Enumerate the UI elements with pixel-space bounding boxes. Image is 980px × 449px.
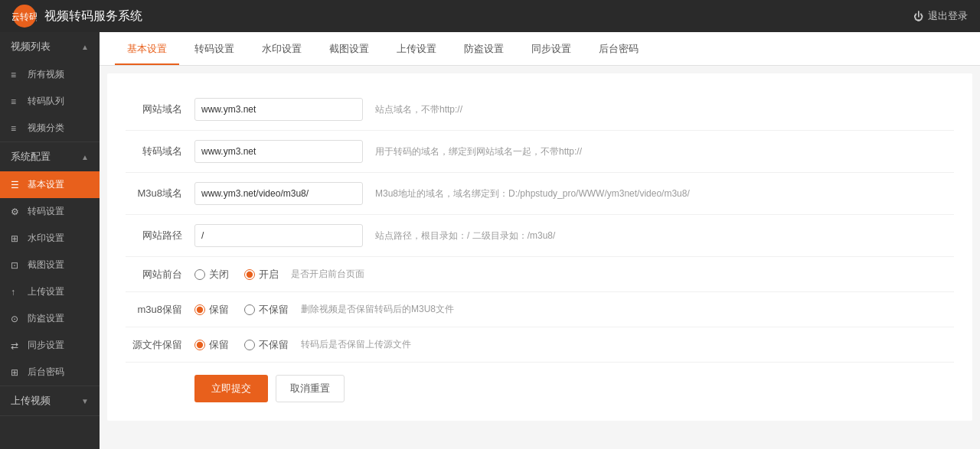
transcode-domain-input[interactable] <box>194 140 363 163</box>
backend-password-icon: ⊞ <box>11 367 21 378</box>
sidebar-item-sync-settings[interactable]: ⇄ 同步设置 <box>0 332 100 359</box>
sidebar-section-header-video-list[interactable]: 视频列表 ▲ <box>0 32 100 61</box>
sidebar-item-sync-settings-label: 同步设置 <box>28 339 64 352</box>
m3u8-retain-keep-radio[interactable] <box>194 304 205 315</box>
sidebar-item-antitheft-settings[interactable]: ⊙ 防盗设置 <box>0 305 100 332</box>
basic-settings-icon: ☰ <box>11 180 21 190</box>
tab-sync[interactable]: 同步设置 <box>519 34 583 65</box>
sidebar-item-backend-password-label: 后台密码 <box>28 366 64 379</box>
svg-text:云转码: 云转码 <box>12 11 37 22</box>
upload-settings-icon: ↑ <box>11 287 21 298</box>
sidebar-item-video-categories[interactable]: ≡ 视频分类 <box>0 115 100 142</box>
logout-button[interactable]: 退出登录 <box>928 9 968 23</box>
source-retain-keep-text: 保留 <box>209 338 229 352</box>
sidebar-section-upload-video-label: 上传视频 <box>11 394 51 408</box>
m3u8-retain-keep-text: 保留 <box>209 303 229 317</box>
sidebar-item-all-videos[interactable]: ≡ 所有视频 <box>0 61 100 88</box>
site-domain-hint: 站点域名，不带http:// <box>375 103 462 116</box>
m3u8-retain-nokeep-label[interactable]: 不保留 <box>244 303 289 317</box>
site-frontend-on-radio[interactable] <box>244 269 255 280</box>
queue-icon: ≡ <box>11 96 21 107</box>
m3u8-domain-label: M3u8域名 <box>126 187 194 200</box>
form-row-site-frontend: 网站前台 关闭 开启 是否开启前台页面 <box>126 257 954 292</box>
header-right: ⏻ 退出登录 <box>913 9 968 23</box>
source-retain-nokeep-text: 不保留 <box>259 338 289 352</box>
sidebar-item-basic-settings[interactable]: ☰ 基本设置 <box>0 171 100 198</box>
source-retain-nokeep-radio[interactable] <box>244 340 255 350</box>
sidebar-item-backend-password[interactable]: ⊞ 后台密码 <box>0 359 100 386</box>
app-title: 视频转码服务系统 <box>44 8 142 24</box>
sidebar-section-system-config-label: 系统配置 <box>11 150 51 164</box>
sidebar-item-upload-settings[interactable]: ↑ 上传设置 <box>0 278 100 305</box>
site-path-label: 网站路径 <box>126 229 194 242</box>
m3u8-retain-radio-group: 保留 不保留 <box>194 303 289 317</box>
site-domain-label: 网站域名 <box>126 102 194 116</box>
sidebar-section-system-config: 系统配置 ▲ ☰ 基本设置 ⚙ 转码设置 ⊞ 水印设置 ⊡ 截图设置 ↑ 上传设… <box>0 142 100 386</box>
chevron-up-icon: ▲ <box>81 43 89 51</box>
site-path-input[interactable] <box>194 224 363 247</box>
m3u8-domain-input[interactable] <box>194 182 363 205</box>
form-row-source-retain: 源文件保留 保留 不保留 转码后是否保留上传源文件 <box>126 327 954 363</box>
list-icon: ≡ <box>11 70 21 80</box>
m3u8-retain-nokeep-radio[interactable] <box>244 304 255 315</box>
power-icon: ⏻ <box>913 11 923 22</box>
site-frontend-hint: 是否开启前台页面 <box>291 268 364 281</box>
tab-basic[interactable]: 基本设置 <box>115 34 179 65</box>
category-icon: ≡ <box>11 123 21 134</box>
sidebar-item-transcode-settings[interactable]: ⚙ 转码设置 <box>0 198 100 225</box>
source-retain-keep-radio[interactable] <box>194 340 205 350</box>
form-area: 网站域名 站点域名，不带http:// 转码域名 用于转码的域名，绑定到网站域名… <box>107 73 972 421</box>
sidebar-item-thumbnail-settings[interactable]: ⊡ 截图设置 <box>0 252 100 278</box>
form-row-site-path: 网站路径 站点路径，根目录如：/ 二级目录如：/m3u8/ <box>126 215 954 257</box>
sidebar-item-watermark-settings-label: 水印设置 <box>28 232 64 245</box>
chevron-up-icon-2: ▲ <box>81 153 89 161</box>
header: 云转码 视频转码服务系统 ⏻ 退出登录 <box>0 0 980 32</box>
site-frontend-on-label[interactable]: 开启 <box>244 268 279 281</box>
sidebar-section-video-list-label: 视频列表 <box>11 40 51 54</box>
m3u8-retain-keep-label[interactable]: 保留 <box>194 303 229 317</box>
main-layout: 视频列表 ▲ ≡ 所有视频 ≡ 转码队列 ≡ 视频分类 系统配置 ▲ <box>0 32 980 449</box>
form-row-site-domain: 网站域名 站点域名，不带http:// <box>126 89 954 131</box>
site-frontend-radio-group: 关闭 开启 <box>194 268 279 281</box>
antitheft-settings-icon: ⊙ <box>11 314 21 324</box>
m3u8-retain-nokeep-text: 不保留 <box>259 303 289 317</box>
sidebar: 视频列表 ▲ ≡ 所有视频 ≡ 转码队列 ≡ 视频分类 系统配置 ▲ <box>0 32 100 449</box>
sidebar-section-header-system-config[interactable]: 系统配置 ▲ <box>0 142 100 171</box>
sidebar-item-video-categories-label: 视频分类 <box>28 122 64 135</box>
sidebar-section-upload-video: 上传视频 ▼ <box>0 386 100 416</box>
sidebar-item-all-videos-label: 所有视频 <box>28 68 64 81</box>
tab-upload[interactable]: 上传设置 <box>384 34 449 65</box>
sidebar-item-antitheft-settings-label: 防盗设置 <box>28 312 64 325</box>
site-frontend-off-label[interactable]: 关闭 <box>194 268 229 281</box>
sidebar-item-watermark-settings[interactable]: ⊞ 水印设置 <box>0 225 100 252</box>
tabs-bar: 基本设置 转码设置 水印设置 截图设置 上传设置 防盗设置 同步设置 后台密码 <box>100 32 980 66</box>
source-retain-nokeep-label[interactable]: 不保留 <box>244 338 289 352</box>
watermark-settings-icon: ⊞ <box>11 233 21 244</box>
m3u8-retain-hint: 删除视频是否保留转码后的M3U8文件 <box>301 303 454 316</box>
source-retain-keep-label[interactable]: 保留 <box>194 338 229 352</box>
tab-antitheft[interactable]: 防盗设置 <box>452 34 516 65</box>
source-retain-radio-group: 保留 不保留 <box>194 338 289 352</box>
transcode-settings-icon: ⚙ <box>11 207 21 217</box>
tab-thumbnail[interactable]: 截图设置 <box>317 34 381 65</box>
submit-button[interactable]: 立即提交 <box>194 375 268 402</box>
tab-backend-pwd[interactable]: 后台密码 <box>586 34 651 65</box>
site-frontend-off-radio[interactable] <box>194 269 205 280</box>
sidebar-item-upload-settings-label: 上传设置 <box>28 285 64 298</box>
content-area: 基本设置 转码设置 水印设置 截图设置 上传设置 防盗设置 同步设置 后台密码 … <box>100 32 980 449</box>
sidebar-section-header-upload-video[interactable]: 上传视频 ▼ <box>0 386 100 415</box>
site-domain-input[interactable] <box>194 98 363 121</box>
reset-button[interactable]: 取消重置 <box>276 375 345 402</box>
tab-transcode[interactable]: 转码设置 <box>182 34 247 65</box>
sidebar-item-basic-settings-label: 基本设置 <box>28 178 64 191</box>
source-retain-label: 源文件保留 <box>126 338 194 352</box>
logo: 云转码 视频转码服务系统 <box>12 4 142 28</box>
transcode-domain-hint: 用于转码的域名，绑定到网站域名一起，不带http:// <box>375 145 582 158</box>
sidebar-item-transcode-queue[interactable]: ≡ 转码队列 <box>0 88 100 115</box>
thumbnail-settings-icon: ⊡ <box>11 260 21 271</box>
site-frontend-on-text: 开启 <box>259 268 279 281</box>
transcode-domain-label: 转码域名 <box>126 145 194 158</box>
tab-watermark[interactable]: 水印设置 <box>250 34 314 65</box>
sidebar-section-video-list: 视频列表 ▲ ≡ 所有视频 ≡ 转码队列 ≡ 视频分类 <box>0 32 100 142</box>
site-frontend-off-text: 关闭 <box>209 268 229 281</box>
